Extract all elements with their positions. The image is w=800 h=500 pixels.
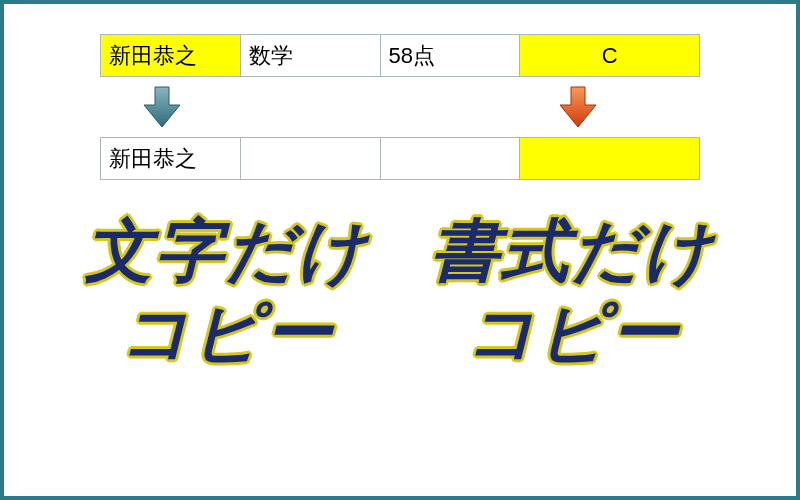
bottom-cell-subject [240, 138, 380, 180]
bottom-table: 新田恭之 [100, 137, 700, 180]
bottom-table-wrap: 新田恭之 [54, 137, 746, 180]
top-cell-name: 新田恭之 [101, 35, 241, 77]
bottom-cell-score [380, 138, 520, 180]
top-table-wrap: 新田恭之 数学 58点 C [54, 34, 746, 77]
caption-right: 書式だけ コピー [431, 210, 715, 373]
arrow-row [100, 85, 700, 129]
down-arrow-right-icon [556, 85, 600, 129]
bottom-cell-grade [520, 138, 700, 180]
top-cell-subject: 数学 [240, 35, 380, 77]
caption-left: 文字だけ コピー [85, 210, 369, 373]
captions: 文字だけ コピー 書式だけ コピー [54, 210, 746, 373]
caption-right-line2: コピー [431, 292, 715, 374]
caption-left-line1: 文字だけ [85, 210, 369, 292]
caption-left-line2: コピー [85, 292, 369, 374]
down-arrow-left-icon [140, 85, 184, 129]
caption-right-line1: 書式だけ [431, 210, 715, 292]
top-table: 新田恭之 数学 58点 C [100, 34, 700, 77]
bottom-cell-name: 新田恭之 [101, 138, 241, 180]
top-cell-grade: C [520, 35, 700, 77]
top-cell-score: 58点 [380, 35, 520, 77]
